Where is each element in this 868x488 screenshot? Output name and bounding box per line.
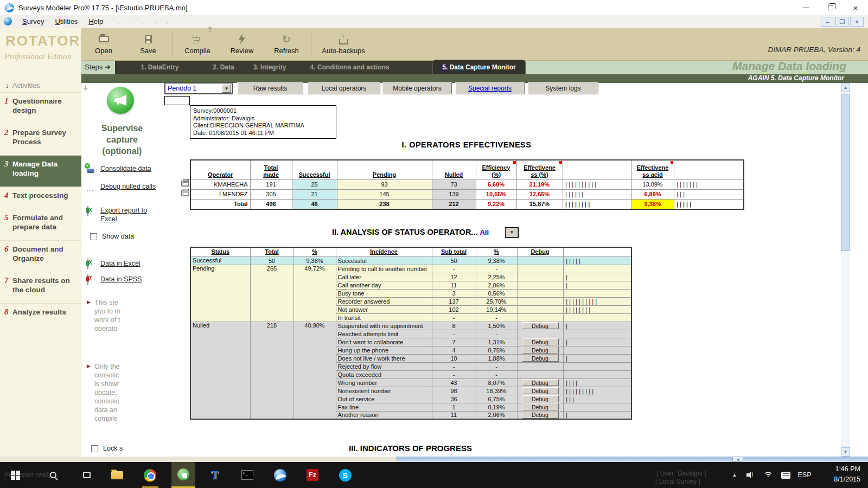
surveys-app-button[interactable] [171, 462, 195, 488]
sidebar-item-formulate-data[interactable]: 5 Formulate and prepare data [0, 209, 81, 240]
start-button[interactable] [8, 467, 23, 483]
debug-button[interactable]: Debug [522, 346, 559, 354]
auto-backups-button[interactable]: Auto-backups [314, 28, 373, 55]
effectiveness-bar: |||||| [565, 191, 584, 197]
tab-data-capture-monitor[interactable]: 5. Data Capture Monitor [432, 60, 526, 74]
cell-reference-box[interactable] [164, 96, 190, 105]
printer-row-icon[interactable] [181, 190, 189, 196]
tab-conditions-actions[interactable]: 4. Conditions and actions [297, 61, 403, 74]
debug-button[interactable]: Debug [522, 355, 559, 362]
volume-button[interactable]: ) [744, 467, 756, 483]
sidebar-item-document-organize[interactable]: 6 Document and Organize [0, 240, 81, 272]
data-in-spss-link[interactable]: Data in SPSS [100, 275, 142, 284]
task-view-button[interactable] [79, 467, 94, 483]
tab-local-operators[interactable]: Local operators [308, 82, 380, 94]
item-label: Manage Data loading [12, 159, 78, 178]
debug-button[interactable]: Debug [522, 338, 559, 345]
tab-raw-results[interactable]: Raw results [237, 82, 303, 94]
acid-cell: 13,09% [631, 179, 674, 189]
effectiveness-cell: 12,65% [516, 189, 563, 199]
sidebar-item-analyze-results[interactable]: 8 Analyze results [0, 303, 81, 325]
consolidate-data-link[interactable]: Consolidate data [100, 164, 151, 173]
tab-integrity[interactable]: 3. Integrity [245, 61, 294, 74]
modeler-globe-button[interactable] [272, 467, 288, 483]
menu-item-utilities[interactable]: Utilities [49, 16, 83, 27]
refresh-button[interactable]: ↻ Refresh [264, 28, 309, 55]
compile-label: Compile [184, 47, 210, 55]
network-button[interactable] [762, 467, 775, 483]
show-data-checkbox[interactable]: Show data [90, 233, 134, 242]
tab-system-logs[interactable]: System logs [528, 82, 598, 94]
debug-button[interactable]: Debug [522, 322, 559, 329]
minimize-button[interactable] [793, 0, 818, 15]
chevron-down-icon[interactable]: ▼ [222, 84, 231, 93]
operator-filter-value[interactable]: All [480, 228, 489, 236]
open-button[interactable]: Open [81, 28, 126, 55]
incidence-cell: Suspended with no appointment [336, 322, 432, 330]
nulled-cell: 212 [432, 199, 476, 209]
filezilla-button[interactable]: Fz [305, 467, 320, 483]
tab-mobile-operators[interactable]: Mobile operators [382, 82, 452, 94]
sidebar-item-questionnaire-design[interactable]: 1 Questionnaire design [0, 92, 81, 124]
chrome-button[interactable] [142, 467, 157, 483]
terminal-button[interactable]: >_ [240, 467, 255, 483]
review-button[interactable]: Review [220, 28, 264, 55]
effectiveness-bar: |||||||||| [565, 182, 597, 188]
scroll-left-icon[interactable]: ◄ [732, 457, 743, 462]
menu-grip-dots: . . . . . [118, 18, 173, 25]
debug-button[interactable]: Debug [522, 403, 559, 410]
sidebar-item-share-cloud[interactable]: 7 Share results on the cloud [0, 272, 81, 303]
tab-dataentry[interactable]: 1. DataEntry [134, 61, 186, 74]
move-handle-icon[interactable]: ✛ [83, 85, 88, 92]
debug-button[interactable]: Debug [522, 387, 559, 394]
tray-expand-button[interactable]: ▲ [729, 467, 740, 483]
printer-row-icon[interactable] [181, 181, 189, 187]
vertical-scrollbar[interactable]: ▲ ▼ [841, 83, 850, 457]
sidebar-item-text-processing[interactable]: 4 Text processing [0, 187, 81, 209]
tab-data[interactable]: 2. Data [205, 61, 242, 74]
menu-item-help[interactable]: Help [83, 16, 108, 27]
restore-button[interactable] [818, 0, 843, 15]
supervise-capture-icon[interactable] [107, 87, 134, 114]
tab-special-reports[interactable]: Special reports [455, 82, 525, 94]
period-select[interactable]: Periodo 1 ▼ [164, 82, 233, 94]
debug-button[interactable]: Debug [522, 395, 559, 402]
language-indicator[interactable]: ESP [795, 467, 814, 483]
mdi-close-button[interactable]: × [850, 17, 864, 27]
debug-button[interactable]: Debug [522, 412, 559, 419]
scroll-down-icon[interactable]: ▼ [841, 447, 850, 457]
debug-button[interactable]: Debug [522, 379, 559, 386]
speaker-icon: ) [746, 472, 754, 478]
horizontal-scrollbar[interactable]: ◄ [396, 457, 868, 462]
export-report-excel-link[interactable]: Export report to Excel [100, 206, 147, 223]
megaphone-icon [114, 95, 126, 106]
scrollbar-thumb[interactable] [841, 94, 850, 251]
data-in-excel-link[interactable]: Data in Excel [100, 259, 141, 268]
incidence-cell: Successful [336, 256, 432, 265]
close-button[interactable]: × [843, 0, 868, 15]
mdi-restore-button[interactable]: ❒ [835, 17, 849, 27]
save-button[interactable]: Save [126, 28, 170, 55]
save-label: Save [140, 47, 156, 55]
incidence-bar: |||| [565, 380, 578, 386]
menu-item-survey[interactable]: Survey [17, 16, 49, 27]
file-explorer-button[interactable] [110, 467, 125, 483]
compile-button[interactable]: ? Compile [175, 28, 220, 55]
text-app-button[interactable]: T [207, 467, 222, 483]
debug-cell [517, 362, 563, 370]
lock-checkbox[interactable]: Lock s [91, 445, 123, 454]
action-center-button[interactable] [779, 467, 792, 483]
incidence-cell: Fax line [336, 403, 432, 411]
scroll-up-icon[interactable]: ▲ [841, 83, 850, 92]
taskbar-search-button[interactable] [46, 467, 61, 483]
mdi-minimize-button[interactable]: – [821, 17, 834, 27]
item-number: 3 [4, 159, 12, 178]
effectiveness-cell: 21,19% [516, 179, 563, 189]
sidebar-item-prepare-survey[interactable]: 2 Prepare Survey Process [0, 124, 81, 155]
operator-filter-dropdown[interactable]: ▼ [506, 228, 518, 237]
debug-cell [517, 289, 563, 297]
sidebar-item-manage-data-loading[interactable]: 3 Manage Data loading [0, 155, 81, 187]
debug-nulled-calls-link[interactable]: Debug nulled calls [100, 182, 156, 191]
taskbar-clock[interactable]: 1:46 PM 8/1/2015 [834, 464, 860, 485]
skype-button[interactable]: S [337, 467, 353, 483]
